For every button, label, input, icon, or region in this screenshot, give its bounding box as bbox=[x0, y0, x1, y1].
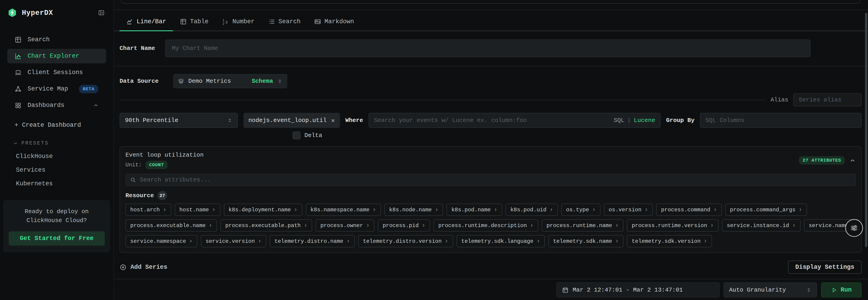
delta-label[interactable]: Delta bbox=[304, 132, 322, 139]
attribute-chip-label: process.executable.name bbox=[130, 222, 206, 229]
dashboards-grid-icon bbox=[14, 102, 22, 109]
attribute-chip[interactable]: os.version › bbox=[604, 203, 653, 216]
sidebar-item-client-sessions[interactable]: Client Sessions bbox=[7, 65, 106, 80]
group-by-field-wrap bbox=[700, 113, 862, 128]
attribute-chip[interactable]: process.owner › bbox=[316, 219, 374, 231]
attribute-chip[interactable]: service.instance.id › bbox=[722, 219, 801, 231]
series-row: 90th Percentile nodejs.event_loop.util ✕… bbox=[120, 113, 862, 128]
attribute-chip-label: process.pid bbox=[382, 222, 418, 229]
delta-checkbox[interactable] bbox=[292, 132, 300, 139]
display-settings-button[interactable]: Display Settings bbox=[788, 261, 862, 274]
chevron-right-icon: › bbox=[713, 207, 717, 213]
chevron-right-icon: › bbox=[294, 207, 298, 213]
attribute-chip[interactable]: telemetry.distro.name › bbox=[270, 235, 355, 247]
attribute-chip[interactable]: k8s.pod.name › bbox=[446, 203, 502, 216]
time-range-picker[interactable]: Mar 2 12:47:01 - Mar 2 13:47:01 bbox=[557, 282, 719, 298]
run-button[interactable]: Run bbox=[821, 282, 862, 298]
attribute-chip[interactable]: k8s.node.name › bbox=[384, 203, 443, 216]
toggle-separator: | bbox=[627, 117, 631, 124]
preset-item-clickhouse[interactable]: ClickHouse bbox=[16, 153, 53, 160]
where-search-input[interactable] bbox=[374, 117, 610, 124]
sidebar-item-search[interactable]: Search bbox=[7, 32, 106, 47]
aggregation-select[interactable]: 90th Percentile bbox=[120, 113, 238, 128]
attribute-chip[interactable]: process.pid › bbox=[378, 219, 430, 231]
attribute-chip-label: k8s.namespace.name bbox=[311, 207, 370, 213]
attribute-chip-label: k8s.deployment.name bbox=[228, 207, 291, 213]
group-by-input[interactable] bbox=[706, 117, 856, 124]
chevron-updown-icon bbox=[277, 78, 283, 84]
chevron-right-icon: › bbox=[189, 238, 193, 244]
alias-label: Alias bbox=[771, 97, 788, 103]
attribute-chip[interactable]: telemetry.sdk.version › bbox=[627, 235, 712, 247]
add-series-label: Add Series bbox=[130, 264, 167, 271]
attribute-chip[interactable]: service.namespace › bbox=[125, 235, 197, 247]
attribute-chip[interactable]: host.arch › bbox=[125, 203, 171, 216]
collapse-panel-chevron-icon[interactable] bbox=[849, 157, 856, 164]
tab-markdown[interactable]: Markdown bbox=[307, 13, 361, 31]
attribute-chip-label: service.namespace bbox=[130, 238, 186, 244]
sidebar-nav: Search Chart Explorer Client Sessions Se… bbox=[0, 32, 114, 113]
data-source-value: Demo Metrics bbox=[188, 78, 248, 85]
granularity-value: Auto Granularity bbox=[729, 287, 786, 293]
granularity-select[interactable]: Auto Granularity bbox=[724, 282, 817, 298]
hyperdx-logo-icon bbox=[8, 8, 17, 17]
tab-label: Line/Bar bbox=[136, 18, 166, 25]
attribute-chip[interactable]: host.name › bbox=[175, 203, 220, 216]
get-started-button[interactable]: Get Started for Free bbox=[9, 231, 105, 246]
sidebar-item-label: Search bbox=[28, 36, 50, 43]
sidebar-item-dashboards[interactable]: Dashboards bbox=[7, 98, 106, 113]
data-source-select[interactable]: Demo Metrics Schema bbox=[173, 74, 287, 88]
lucene-toggle-option[interactable]: Lucene bbox=[634, 117, 655, 124]
attribute-chip[interactable]: process.executable.path › bbox=[220, 219, 312, 231]
chart-name-input[interactable] bbox=[172, 45, 804, 52]
attribute-chip[interactable]: os.type › bbox=[561, 203, 600, 216]
circle-plus-icon bbox=[120, 264, 127, 271]
attribute-chip[interactable]: telemetry.distro.version › bbox=[358, 235, 453, 247]
attribute-chip-label: process.command bbox=[661, 207, 710, 213]
alias-field-wrap bbox=[793, 93, 862, 106]
filter-settings-fab[interactable] bbox=[845, 219, 863, 237]
attribute-chip-label: process.executable.path bbox=[225, 222, 301, 229]
promo-text: Ready to deploy on ClickHouse Cloud? bbox=[9, 207, 105, 225]
sidebar-item-service-map[interactable]: Service Map BETA bbox=[7, 82, 106, 96]
chevron-right-icon: › bbox=[346, 238, 350, 244]
schema-link[interactable]: Schema bbox=[252, 78, 273, 85]
attribute-search-input[interactable] bbox=[140, 176, 851, 183]
tab-number[interactable]: 123 Number bbox=[215, 13, 261, 31]
tab-search[interactable]: Search bbox=[261, 13, 307, 31]
attribute-chip[interactable]: process.runtime.name › bbox=[542, 219, 623, 231]
tab-table[interactable]: Table bbox=[173, 13, 215, 31]
attribute-chip[interactable]: process.executable.name › bbox=[125, 219, 217, 231]
attribute-chip[interactable]: process.command › bbox=[656, 203, 721, 216]
attribute-chip[interactable]: telemetry.sdk.language › bbox=[457, 235, 545, 247]
attribute-chip[interactable]: process.runtime.version › bbox=[627, 219, 718, 231]
markdown-icon bbox=[314, 18, 321, 25]
attribute-chip[interactable]: k8s.pod.uid › bbox=[505, 203, 558, 216]
sql-toggle-option[interactable]: SQL bbox=[614, 117, 624, 124]
attributes-panel-titles: Event loop utilization Unit: COUNT bbox=[125, 152, 204, 169]
scrollbar-thumb[interactable] bbox=[865, 13, 867, 247]
attribute-chip[interactable]: process.command_args › bbox=[725, 203, 807, 216]
tab-line-bar[interactable]: Line/Bar bbox=[120, 13, 173, 31]
attribute-chip[interactable]: k8s.deployment.name › bbox=[224, 203, 302, 216]
attribute-chip-label: k8s.pod.name bbox=[451, 207, 491, 213]
attribute-chip[interactable]: service.version › bbox=[201, 235, 266, 247]
create-dashboard-button[interactable]: + Create Dashboard bbox=[14, 122, 81, 129]
attribute-chip-label: host.name bbox=[179, 207, 209, 213]
attribute-chip-label: host.arch bbox=[130, 207, 160, 213]
chevron-right-icon: › bbox=[163, 207, 166, 213]
add-series-button[interactable]: Add Series bbox=[120, 264, 167, 271]
sidebar-item-chart-explorer[interactable]: Chart Explorer bbox=[7, 49, 106, 63]
sidebar-item-label: Chart Explorer bbox=[28, 53, 79, 59]
presets-header[interactable]: PRESETS bbox=[13, 140, 114, 146]
preset-item-services[interactable]: Services bbox=[16, 167, 45, 173]
metric-tag[interactable]: nodejs.event_loop.util ✕ bbox=[243, 113, 340, 128]
attribute-chip[interactable]: k8s.namespace.name › bbox=[306, 203, 381, 216]
attribute-chip[interactable]: telemetry.sdk.name › bbox=[548, 235, 623, 247]
alias-input[interactable] bbox=[799, 97, 856, 103]
collapse-sidebar-icon[interactable] bbox=[98, 9, 105, 16]
divider bbox=[114, 279, 868, 279]
attribute-chip[interactable]: process.runtime.description › bbox=[434, 219, 538, 231]
preset-item-kubernetes[interactable]: Kubernetes bbox=[16, 180, 53, 187]
remove-metric-icon[interactable]: ✕ bbox=[331, 117, 335, 124]
